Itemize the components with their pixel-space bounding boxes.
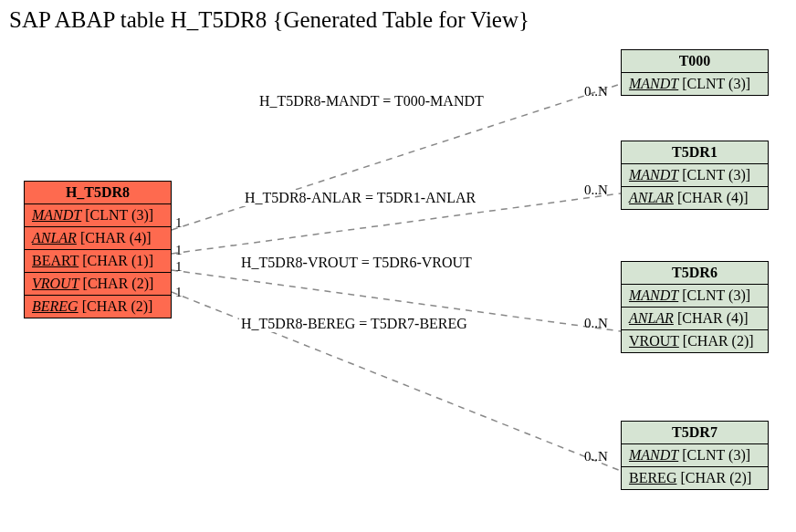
field-type: [CLNT (3)]	[682, 76, 750, 91]
field-type: [CHAR (2)]	[83, 276, 154, 291]
entity-t5dr1: T5DR1 MANDT [CLNT (3)] ANLAR [CHAR (4)]	[621, 141, 769, 210]
entity-h-t5dr8: H_T5DR8 MANDT [CLNT (3)] ANLAR [CHAR (4)…	[24, 181, 172, 318]
entity-header: T5DR1	[622, 141, 768, 164]
field-row: MANDT [CLNT (3)]	[622, 73, 768, 95]
field-name: ANLAR	[629, 310, 674, 326]
entity-t5dr7: T5DR7 MANDT [CLNT (3)] BEREG [CHAR (2)]	[621, 421, 769, 490]
cardinality-right: 0..N	[584, 449, 608, 464]
field-row: ANLAR [CHAR (4)]	[622, 308, 768, 330]
cardinality-right: 0..N	[584, 316, 608, 331]
field-name: MANDT	[629, 167, 678, 183]
field-row: MANDT [CLNT (3)]	[25, 204, 171, 227]
field-type: [CLNT (3)]	[85, 207, 153, 223]
cardinality-right: 0..N	[584, 183, 608, 198]
cardinality-left: 1	[175, 285, 183, 300]
page-title: SAP ABAP table H_T5DR8 {Generated Table …	[9, 7, 529, 33]
field-name: VROUT	[32, 276, 79, 291]
field-name: ANLAR	[629, 190, 674, 205]
cardinality-left: 1	[175, 243, 183, 258]
field-row: VROUT [CHAR (2)]	[25, 273, 171, 296]
field-type: [CHAR (2)]	[82, 298, 153, 314]
entity-header: T5DR6	[622, 262, 768, 285]
field-type: [CLNT (3)]	[682, 287, 750, 303]
field-type: [CHAR (4)]	[677, 310, 749, 326]
field-row: VROUT [CHAR (2)]	[622, 330, 768, 352]
entity-header: H_T5DR8	[25, 182, 171, 204]
entity-header: T5DR7	[622, 422, 768, 444]
relationship-label: H_T5DR8-MANDT = T000-MANDT	[257, 93, 486, 110]
field-type: [CHAR (4)]	[80, 230, 152, 245]
relationship-label: H_T5DR8-BEREG = T5DR7-BEREG	[239, 316, 469, 332]
field-type: [CHAR (2)]	[683, 333, 754, 349]
field-row: BEREG [CHAR (2)]	[25, 296, 171, 318]
field-type: [CHAR (2)]	[680, 470, 751, 485]
field-name: MANDT	[629, 447, 678, 463]
field-name: VROUT	[629, 333, 679, 349]
field-type: [CHAR (4)]	[677, 190, 749, 205]
field-name: BEREG	[32, 298, 79, 314]
field-type: [CLNT (3)]	[682, 447, 750, 463]
field-name: ANLAR	[32, 230, 77, 245]
cardinality-right: 0..N	[584, 84, 608, 99]
field-row: BEART [CHAR (1)]	[25, 250, 171, 273]
field-row: ANLAR [CHAR (4)]	[622, 187, 768, 209]
field-type: [CHAR (1)]	[82, 253, 153, 268]
relationship-label: H_T5DR8-ANLAR = T5DR1-ANLAR	[243, 190, 477, 206]
field-type: [CLNT (3)]	[682, 167, 750, 183]
field-name: BEART	[32, 253, 79, 268]
field-row: ANLAR [CHAR (4)]	[25, 227, 171, 250]
field-name: BEREG	[629, 470, 676, 485]
field-name: MANDT	[629, 76, 678, 91]
cardinality-left: 1	[175, 259, 183, 275]
entity-t000: T000 MANDT [CLNT (3)]	[621, 49, 769, 96]
entity-t5dr6: T5DR6 MANDT [CLNT (3)] ANLAR [CHAR (4)] …	[621, 261, 769, 353]
field-name: MANDT	[32, 207, 81, 223]
cardinality-left: 1	[175, 215, 183, 231]
field-row: MANDT [CLNT (3)]	[622, 164, 768, 187]
entity-header: T000	[622, 50, 768, 73]
field-row: MANDT [CLNT (3)]	[622, 285, 768, 308]
field-row: BEREG [CHAR (2)]	[622, 467, 768, 489]
field-name: MANDT	[629, 287, 678, 303]
field-row: MANDT [CLNT (3)]	[622, 444, 768, 467]
relationship-label: H_T5DR8-VROUT = T5DR6-VROUT	[239, 255, 474, 271]
